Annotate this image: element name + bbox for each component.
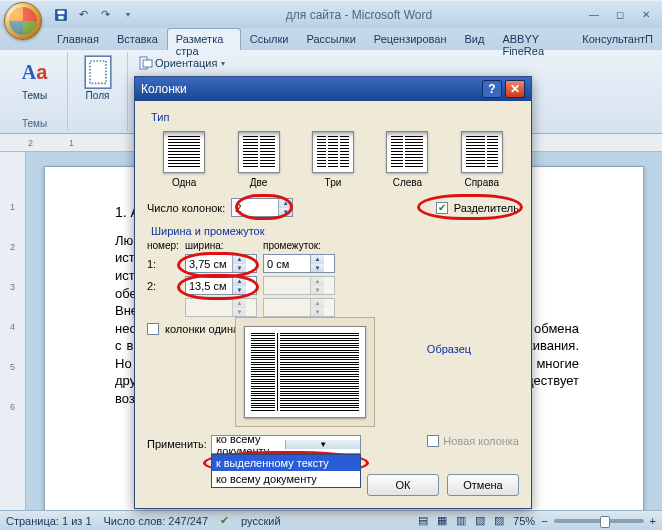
tab-home[interactable]: Главная bbox=[48, 28, 108, 50]
preset-right[interactable]: Справа bbox=[457, 127, 507, 192]
orientation-button[interactable]: Ориентация bbox=[134, 54, 654, 72]
row1-num: 1: bbox=[147, 258, 179, 270]
svg-rect-2 bbox=[58, 15, 63, 19]
themes-icon: Aa bbox=[19, 56, 51, 88]
new-column-checkbox bbox=[427, 435, 439, 447]
quick-access-toolbar: ↶ ↷ bbox=[52, 6, 136, 24]
tab-mailings[interactable]: Рассылки bbox=[297, 28, 364, 50]
sample-preview bbox=[235, 317, 375, 427]
themes-group-label: Темы bbox=[8, 118, 61, 129]
qat-customize-icon[interactable] bbox=[118, 6, 136, 24]
col-gap-head: промежуток: bbox=[263, 240, 335, 251]
row2-width-spinner[interactable]: ▲▼ bbox=[185, 276, 257, 295]
tab-view[interactable]: Вид bbox=[456, 28, 494, 50]
dialog-close-button[interactable]: ✕ bbox=[505, 80, 525, 98]
equal-width-checkbox[interactable] bbox=[147, 323, 159, 335]
preset-one[interactable]: Одна bbox=[159, 127, 209, 192]
tab-abbyy[interactable]: ABBYY FineRea bbox=[493, 28, 573, 50]
preset-two[interactable]: Две bbox=[234, 127, 284, 192]
row2-num: 2: bbox=[147, 280, 179, 292]
tab-insert[interactable]: Вставка bbox=[108, 28, 167, 50]
chevron-down-icon[interactable]: ▼ bbox=[285, 440, 360, 449]
office-button[interactable] bbox=[4, 2, 42, 40]
apply-option-selection[interactable]: к выделенному тексту bbox=[212, 455, 360, 471]
orientation-icon bbox=[137, 55, 153, 71]
title-bar: ↶ ↷ для сайта - Microsoft Word — ◻ ✕ bbox=[0, 0, 662, 28]
ok-button[interactable]: ОК bbox=[367, 474, 439, 496]
spinner-up-icon[interactable]: ▲ bbox=[279, 199, 292, 208]
apply-to-dropdown: к выделенному тексту ко всему документу bbox=[211, 454, 361, 488]
margins-icon bbox=[82, 56, 114, 88]
separator-label: Разделитель bbox=[454, 202, 519, 214]
dialog-titlebar[interactable]: Колонки ? ✕ bbox=[135, 77, 531, 101]
cancel-button[interactable]: Отмена bbox=[447, 474, 519, 496]
undo-icon[interactable]: ↶ bbox=[74, 6, 92, 24]
col-number-head: номер: bbox=[147, 240, 179, 251]
zoom-level[interactable]: 75% bbox=[513, 515, 535, 527]
type-section-label: Тип bbox=[151, 111, 519, 123]
tab-konsultant[interactable]: КонсультантП bbox=[573, 28, 662, 50]
dialog-help-button[interactable]: ? bbox=[482, 80, 502, 98]
preset-three[interactable]: Три bbox=[308, 127, 358, 192]
proofing-icon[interactable]: ✔ bbox=[220, 514, 229, 527]
num-columns-input[interactable] bbox=[232, 199, 278, 216]
ribbon-tabs: Главная Вставка Разметка стра Ссылки Рас… bbox=[0, 28, 662, 50]
columns-dialog: Колонки ? ✕ Тип Одна Две Три Слева Справ… bbox=[134, 76, 532, 509]
svg-rect-6 bbox=[143, 60, 152, 67]
apply-to-combo[interactable]: ко всему документу▼ к выделенному тексту… bbox=[211, 435, 361, 454]
minimize-button[interactable]: — bbox=[582, 7, 606, 23]
zoom-slider[interactable] bbox=[554, 519, 644, 523]
window-title: для сайта - Microsoft Word bbox=[136, 8, 582, 22]
themes-button[interactable]: Aa Темы bbox=[8, 54, 61, 103]
preset-left[interactable]: Слева bbox=[382, 127, 432, 192]
width-gap-label: Ширина и промежуток bbox=[151, 225, 381, 237]
redo-icon[interactable]: ↷ bbox=[96, 6, 114, 24]
num-columns-label: Число колонок: bbox=[147, 202, 225, 214]
close-window-button[interactable]: ✕ bbox=[634, 7, 658, 23]
tab-layout[interactable]: Разметка стра bbox=[167, 28, 241, 50]
save-icon[interactable] bbox=[52, 6, 70, 24]
page-status[interactable]: Страница: 1 из 1 bbox=[6, 515, 92, 527]
separator-checkbox[interactable]: ✔ bbox=[436, 202, 448, 214]
vertical-ruler[interactable]: 123456 bbox=[0, 152, 26, 510]
apply-to-label: Применить: bbox=[147, 435, 207, 450]
num-columns-spinner[interactable]: ▲▼ bbox=[231, 198, 293, 217]
dialog-title: Колонки bbox=[141, 82, 479, 96]
row2-gap-spinner: ▲▼ bbox=[263, 276, 335, 295]
col-width-head: ширина: bbox=[185, 240, 257, 251]
margins-button[interactable]: Поля bbox=[74, 54, 121, 103]
tab-review[interactable]: Рецензирован bbox=[365, 28, 456, 50]
apply-option-whole-doc[interactable]: ко всему документу bbox=[212, 471, 360, 487]
svg-rect-1 bbox=[58, 10, 65, 14]
themes-label: Темы bbox=[22, 90, 47, 101]
zoom-in-button[interactable]: + bbox=[650, 515, 656, 527]
view-icons[interactable]: ▤ ▦ ▥ ▧ ▨ bbox=[418, 514, 507, 527]
row3-gap-spinner: ▲▼ bbox=[263, 298, 335, 317]
margins-label: Поля bbox=[86, 90, 110, 101]
sample-label: Образец bbox=[379, 343, 519, 355]
zoom-out-button[interactable]: − bbox=[541, 515, 547, 527]
spinner-down-icon[interactable]: ▼ bbox=[279, 208, 292, 217]
row1-gap-spinner[interactable]: ▲▼ bbox=[263, 254, 335, 273]
word-count[interactable]: Число слов: 247/247 bbox=[104, 515, 209, 527]
new-column-label: Новая колонка bbox=[443, 435, 519, 447]
status-bar: Страница: 1 из 1 Число слов: 247/247 ✔ р… bbox=[0, 510, 662, 530]
row1-width-spinner[interactable]: ▲▼ bbox=[185, 254, 257, 273]
orientation-label: Ориентация bbox=[155, 57, 217, 69]
row3-width-spinner: ▲▼ bbox=[185, 298, 257, 317]
tab-links[interactable]: Ссылки bbox=[241, 28, 298, 50]
language-status[interactable]: русский bbox=[241, 515, 280, 527]
maximize-button[interactable]: ◻ bbox=[608, 7, 632, 23]
